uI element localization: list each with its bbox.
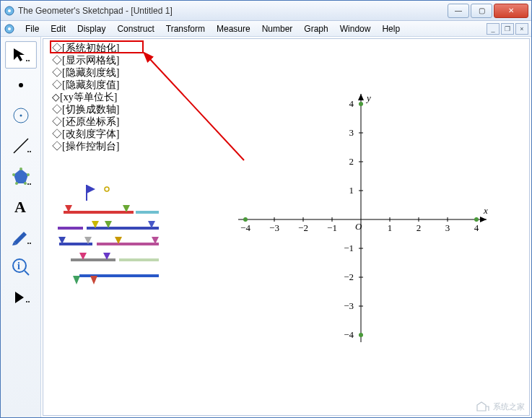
menu-number[interactable]: Number [256,22,299,35]
arrow-tool[interactable] [5,41,37,69]
menu-measure[interactable]: Measure [211,22,256,35]
svg-text:2: 2 [349,156,354,167]
svg-point-70 [359,333,363,337]
menu-display[interactable]: Display [71,22,111,35]
svg-point-17 [12,173,15,176]
svg-point-3 [8,27,11,30]
svg-line-9 [14,139,28,153]
script-item-hide-ticks[interactable]: ◇[隐藏刻度线] [52,66,119,79]
script-item-restore[interactable]: ◇[还原坐标系] [52,116,119,128]
compass-tool[interactable] [5,102,37,129]
minimize-button[interactable]: — [448,4,469,18]
svg-point-5 [28,60,30,61]
svg-text:−2: −2 [298,222,308,233]
svg-point-13 [19,167,22,170]
svg-text:4: 4 [349,98,354,109]
svg-text:x: x [483,205,488,216]
menu-edit[interactable]: Edit [45,22,71,35]
info-icon: i [12,258,30,277]
line-tool[interactable] [5,132,37,160]
window-controls: — ▢ ✕ [446,4,528,18]
script-item-font[interactable]: ◇[改刻度字体] [52,128,119,140]
svg-point-26 [28,301,30,302]
custom-tool[interactable] [5,284,37,311]
point-icon [14,78,28,92]
app-body: A i ◇[系统初始化] ◇[显示网格线] ◇[隐藏刻度线] ◇[隐藏刻度值] … [1,37,531,417]
svg-point-6 [19,83,23,87]
window-title: The Geometer's Sketchpad - [Untitled 1] [18,6,446,16]
marker-tool[interactable] [5,223,37,251]
close-button[interactable]: ✕ [494,4,528,18]
maximize-button[interactable]: ▢ [471,4,492,18]
menu-window[interactable]: Window [334,22,377,35]
svg-point-21 [27,243,29,244]
svg-text:3: 3 [349,127,354,138]
svg-point-68 [474,217,479,222]
doc-restore-button[interactable]: ❐ [501,23,514,35]
watermark: 系统之家 [476,401,525,412]
svg-point-11 [30,151,31,152]
svg-marker-94 [73,276,80,284]
svg-point-67 [243,217,248,222]
svg-text:i: i [17,261,20,271]
svg-point-18 [27,183,29,185]
script-item-number-axis[interactable]: ◇[切换成数轴] [52,103,119,116]
menu-file[interactable]: File [19,22,45,35]
svg-point-14 [27,173,30,176]
svg-text:1: 1 [388,222,393,233]
svg-point-69 [359,102,363,106]
svg-line-27 [149,58,244,160]
watermark-icon [476,401,490,412]
menu-graph[interactable]: Graph [298,22,333,35]
text-tool[interactable]: A [5,193,37,220]
highlight-box [50,40,144,53]
tool-palette: A i [1,37,41,417]
doc-window-controls: _ ❐ × [487,23,528,35]
doc-minimize-button[interactable]: _ [487,23,500,35]
watermark-text: 系统之家 [493,401,525,412]
svg-text:4: 4 [474,222,479,233]
menu-transform[interactable]: Transform [160,22,211,35]
compass-icon [12,106,30,125]
svg-text:A: A [14,198,26,215]
svg-text:−4: −4 [240,222,250,233]
script-item-equal-unit[interactable]: ◇[xy等单位长] [52,91,119,103]
svg-text:2: 2 [417,222,422,233]
svg-text:O: O [355,221,362,232]
point-tool[interactable] [5,71,37,99]
app-window: The Geometer's Sketchpad - [Untitled 1] … [0,0,532,418]
svg-marker-12 [14,169,28,183]
svg-text:−1: −1 [344,243,354,253]
script-item-grid[interactable]: ◇[显示网格线] [52,54,119,66]
menu-help[interactable]: Help [376,22,406,35]
demo-shapes[interactable] [51,176,166,299]
svg-text:−4: −4 [344,329,354,340]
svg-text:y: y [365,92,371,103]
svg-point-15 [24,182,27,185]
svg-text:1: 1 [349,185,354,196]
polygon-icon [11,166,31,186]
script-item-console[interactable]: ◇[操作控制台] [52,140,119,152]
svg-marker-31 [358,94,364,100]
svg-point-22 [30,243,31,244]
text-icon: A [12,198,30,215]
polygon-tool[interactable] [5,162,37,190]
info-tool[interactable]: i [5,253,37,281]
svg-point-10 [27,151,29,152]
svg-marker-71 [87,185,95,193]
svg-text:−2: −2 [344,271,354,282]
script-item-hide-values[interactable]: ◇[隐藏刻度值] [52,79,119,91]
svg-marker-95 [90,276,97,284]
svg-point-19 [30,183,31,185]
svg-point-16 [15,182,18,185]
app-icon [4,5,15,17]
app-icon-small[interactable] [4,23,15,35]
svg-text:−3: −3 [344,300,354,311]
svg-text:3: 3 [445,222,450,233]
arrow-icon [11,46,31,64]
doc-close-button[interactable]: × [515,23,528,35]
sketch-canvas[interactable]: ◇[系统初始化] ◇[显示网格线] ◇[隐藏刻度线] ◇[隐藏刻度值] ◇[xy… [43,38,530,416]
script-list: ◇[系统初始化] ◇[显示网格线] ◇[隐藏刻度线] ◇[隐藏刻度值] ◇[xy… [52,42,119,152]
menu-construct[interactable]: Construct [111,22,160,35]
coordinate-system[interactable]: −4−3−2−11234−4−3−2−11234Oxy [231,90,505,364]
